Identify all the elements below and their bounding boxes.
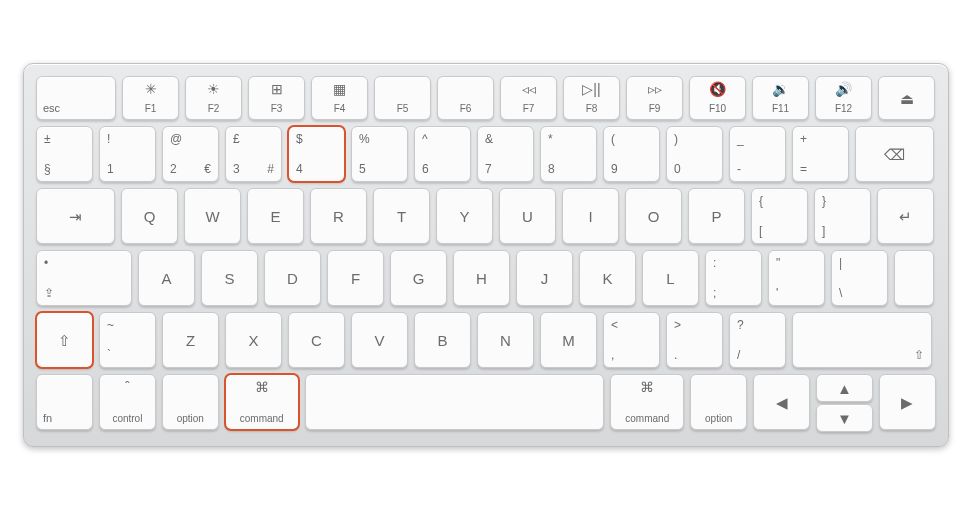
key-X[interactable]: X	[225, 312, 282, 368]
label-bl-esc: esc	[43, 103, 60, 114]
label-bc-f5: F5	[375, 104, 430, 114]
key-eject[interactable]: ⏏	[878, 76, 935, 120]
key-f5[interactable]: F5	[374, 76, 431, 120]
glyph-Y: Y	[437, 189, 492, 243]
key-shift-left[interactable]: ⇧	[36, 312, 93, 368]
key-comma[interactable]: <,	[603, 312, 660, 368]
key-0[interactable]: )0	[666, 126, 723, 182]
key-minus[interactable]: _-	[729, 126, 786, 182]
key-f12[interactable]: F12🔊	[815, 76, 872, 120]
key-capslock[interactable]: •⇪	[36, 250, 132, 306]
key-arrow-down[interactable]: ▼	[816, 404, 873, 432]
key-L[interactable]: L	[642, 250, 699, 306]
key-U[interactable]: U	[499, 188, 556, 244]
key-M[interactable]: M	[540, 312, 597, 368]
key-equals[interactable]: +=	[792, 126, 849, 182]
row-function: escF1✳︎F2☀︎F3⊞F4▦F5F6F7◃◃F8▷||F9▹▹F10🔇F1…	[36, 76, 936, 120]
key-slash[interactable]: ?/	[729, 312, 786, 368]
key-S[interactable]: S	[201, 250, 258, 306]
key-7[interactable]: &7	[477, 126, 534, 182]
key-control[interactable]: controlˆ	[99, 374, 156, 430]
key-backslash[interactable]: |\	[831, 250, 888, 306]
key-6[interactable]: ^6	[414, 126, 471, 182]
key-E[interactable]: E	[247, 188, 304, 244]
label-tl-backslash: |	[839, 257, 842, 269]
key-period[interactable]: >.	[666, 312, 723, 368]
key-V[interactable]: V	[351, 312, 408, 368]
key-T[interactable]: T	[373, 188, 430, 244]
key-J[interactable]: J	[516, 250, 573, 306]
glyph-W: W	[185, 189, 240, 243]
key-f10[interactable]: F10🔇	[689, 76, 746, 120]
label-blL-capslock: ⇪	[44, 287, 54, 299]
key-f6[interactable]: F6	[437, 76, 494, 120]
key-A[interactable]: A	[138, 250, 195, 306]
key-f11[interactable]: F11🔉	[752, 76, 809, 120]
key-D[interactable]: D	[264, 250, 321, 306]
key-f9[interactable]: F9▹▹	[626, 76, 683, 120]
label-blL-3: 3	[233, 163, 240, 175]
label-blL-0: 0	[674, 163, 681, 175]
key-f7[interactable]: F7◃◃	[500, 76, 557, 120]
key-W[interactable]: W	[184, 188, 241, 244]
key-command-left[interactable]: command⌘	[225, 374, 299, 430]
key-enter-cont[interactable]	[894, 250, 934, 306]
key-Q[interactable]: Q	[121, 188, 178, 244]
key-command-right[interactable]: command⌘	[610, 374, 684, 430]
key-9[interactable]: (9	[603, 126, 660, 182]
glyph-P: P	[689, 189, 744, 243]
key-option-right[interactable]: option	[690, 374, 747, 430]
key-H[interactable]: H	[453, 250, 510, 306]
key-P[interactable]: P	[688, 188, 745, 244]
glyph-arrow-down: ▼	[817, 405, 872, 431]
key-f4[interactable]: F4▦	[311, 76, 368, 120]
glyph-Z: Z	[163, 313, 218, 367]
key-semicolon[interactable]: :;	[705, 250, 762, 306]
key-tab[interactable]: ⇥	[36, 188, 115, 244]
key-Y[interactable]: Y	[436, 188, 493, 244]
key-section[interactable]: ±§	[36, 126, 93, 182]
key-I[interactable]: I	[562, 188, 619, 244]
label-tl-slash: ?	[737, 319, 744, 331]
label-bc-option-right: option	[691, 414, 746, 424]
label-blL-5: 5	[359, 163, 366, 175]
key-K[interactable]: K	[579, 250, 636, 306]
key-enter[interactable]: ↵	[877, 188, 934, 244]
key-arrow-right[interactable]: ▶	[879, 374, 936, 430]
key-Z[interactable]: Z	[162, 312, 219, 368]
key-shift-right[interactable]: ⇧	[792, 312, 932, 368]
label-blL-period: .	[674, 349, 677, 361]
label-blL-1: 1	[107, 163, 114, 175]
key-5[interactable]: %5	[351, 126, 408, 182]
key-option-left[interactable]: option	[162, 374, 219, 430]
key-8[interactable]: *8	[540, 126, 597, 182]
key-G[interactable]: G	[390, 250, 447, 306]
key-space[interactable]	[305, 374, 605, 430]
key-2[interactable]: @2€	[162, 126, 219, 182]
key-arrow-up[interactable]: ▲	[816, 374, 873, 402]
key-B[interactable]: B	[414, 312, 471, 368]
label-blL-backslash: \	[839, 287, 842, 299]
key-3[interactable]: £3#	[225, 126, 282, 182]
key-O[interactable]: O	[625, 188, 682, 244]
key-C[interactable]: C	[288, 312, 345, 368]
key-4[interactable]: $4	[288, 126, 345, 182]
key-f3[interactable]: F3⊞	[248, 76, 305, 120]
key-bracket-close[interactable]: }]	[814, 188, 871, 244]
key-1[interactable]: !1	[99, 126, 156, 182]
key-arrow-left[interactable]: ◀	[753, 374, 810, 430]
key-esc[interactable]: esc	[36, 76, 116, 120]
key-backtick[interactable]: ~`	[99, 312, 156, 368]
key-F[interactable]: F	[327, 250, 384, 306]
key-N[interactable]: N	[477, 312, 534, 368]
key-backspace[interactable]: ⌫	[855, 126, 934, 182]
key-fn[interactable]: fn	[36, 374, 93, 430]
key-R[interactable]: R	[310, 188, 367, 244]
key-quote[interactable]: "'	[768, 250, 825, 306]
key-f2[interactable]: F2☀︎	[185, 76, 242, 120]
label-blL-backtick: `	[107, 349, 111, 361]
key-f8[interactable]: F8▷||	[563, 76, 620, 120]
label-bc-command-right: command	[611, 414, 683, 424]
key-f1[interactable]: F1✳︎	[122, 76, 179, 120]
key-bracket-open[interactable]: {[	[751, 188, 808, 244]
